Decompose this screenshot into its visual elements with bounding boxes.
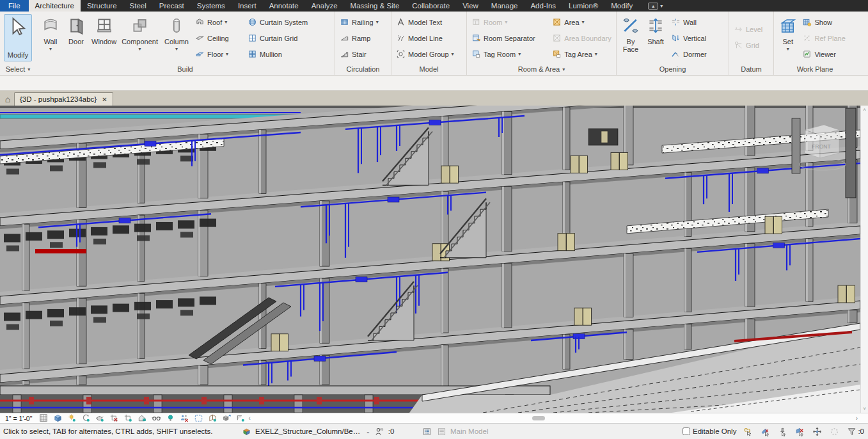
room-separator-button[interactable]: Room Separator — [470, 30, 549, 46]
scroll-left-icon[interactable]: ‹ — [248, 413, 250, 423]
horizontal-scrollbar[interactable]: ‹ › — [246, 413, 868, 424]
vertical-scrollbar[interactable]: ˄ ˅ — [860, 106, 868, 413]
detail-level-icon[interactable] — [38, 414, 49, 423]
tab-manage[interactable]: Manage — [485, 0, 525, 12]
tab-annotate[interactable]: Annotate — [263, 0, 305, 12]
room-area-panel-label[interactable]: Room & Area▾ — [467, 63, 616, 75]
tab-modify[interactable]: Modify — [604, 0, 639, 12]
vertical-opening-button[interactable]: Vertical — [669, 30, 722, 46]
reveal-constraints-icon[interactable] — [235, 414, 246, 423]
tab-architecture[interactable]: Architecture — [29, 0, 81, 12]
room-button[interactable]: Room▾ — [470, 14, 549, 30]
dormer-button[interactable]: Dormer — [669, 46, 722, 62]
select-elements-by-face-icon[interactable] — [794, 426, 805, 436]
active-design-option[interactable]: Main Model — [450, 427, 488, 435]
scroll-right-icon[interactable]: › — [856, 413, 858, 423]
select-pinned-elements-icon[interactable] — [777, 426, 788, 436]
ramp-button[interactable]: Ramp — [338, 30, 388, 46]
roof-button[interactable]: Roof▾ — [193, 14, 244, 30]
home-icon[interactable]: ⌂ — [1, 93, 14, 106]
view-scale-button[interactable]: 1" = 1'-0" — [3, 415, 35, 422]
railing-button[interactable]: Railing▾ — [338, 14, 388, 30]
wall-button[interactable]: Wall▾ — [38, 13, 63, 53]
close-icon[interactable]: ✕ — [102, 96, 107, 103]
show-button[interactable]: Show — [800, 14, 853, 30]
tab-file[interactable]: File — [0, 0, 29, 12]
crop-view-icon[interactable] — [109, 414, 119, 423]
select-underlay-elements-icon[interactable] — [759, 426, 771, 436]
window-button[interactable]: Window — [90, 13, 118, 47]
tab-structure[interactable]: Structure — [81, 0, 123, 12]
temporary-hide-isolate-icon[interactable] — [151, 414, 161, 423]
editable-only-toggle[interactable]: Editable Only — [683, 427, 736, 435]
modify-button[interactable]: Modify — [4, 14, 32, 61]
model-group-button[interactable]: Model Group▾ — [394, 46, 464, 62]
by-face-button[interactable]: ByFace — [619, 13, 642, 54]
temporary-view-properties-icon[interactable] — [193, 414, 203, 423]
tab-precast[interactable]: Precast — [153, 0, 191, 12]
floor-button[interactable]: Floor▾ — [193, 46, 244, 62]
analytical-model-icon[interactable] — [207, 414, 217, 423]
chevron-down-icon: ▾ — [28, 67, 30, 72]
sun-path-icon[interactable] — [67, 414, 77, 423]
shaft-button[interactable]: Shaft — [643, 13, 668, 47]
column-button[interactable]: Column▾ — [161, 13, 192, 53]
wall-opening-button[interactable]: Wall — [669, 14, 722, 30]
active-design-option-icon[interactable] — [436, 426, 447, 436]
ceiling-button[interactable]: Ceiling — [193, 30, 244, 46]
model-3d-view[interactable]: FRONT — [0, 106, 860, 413]
tab-analyze[interactable]: Analyze — [305, 0, 344, 12]
ref-plane-button[interactable]: Ref Plane — [800, 30, 853, 46]
tab-systems[interactable]: Systems — [191, 0, 232, 12]
view-tab-3d[interactable]: {3D - pushpak1234abc} ✕ — [14, 92, 113, 106]
select-links-icon[interactable] — [742, 426, 754, 436]
displacement-sets-icon[interactable] — [221, 414, 232, 423]
stair-button[interactable]: Stair — [338, 46, 388, 62]
tab-collaborate[interactable]: Collaborate — [406, 0, 456, 12]
component-button[interactable]: Component▾ — [120, 13, 160, 53]
editing-requests-icon[interactable] — [374, 426, 385, 436]
design-options-icon[interactable] — [421, 426, 432, 436]
tab-view[interactable]: View — [456, 0, 485, 12]
worksets-icon[interactable] — [241, 426, 252, 436]
model-line-button[interactable]: Model Line — [394, 30, 464, 46]
scroll-up-icon[interactable]: ˄ — [863, 107, 866, 113]
filter-icon[interactable] — [846, 426, 857, 436]
curtain-system-button[interactable]: Curtain System — [246, 14, 317, 30]
level-button[interactable]: Level — [732, 21, 771, 37]
grid-icon — [734, 40, 743, 50]
visual-style-icon[interactable] — [52, 414, 63, 423]
tab-add-ins[interactable]: Add-Ins — [524, 0, 562, 12]
ribbon-display-toggle[interactable]: ▲ ▾ — [648, 0, 663, 12]
scroll-down-icon[interactable]: ˅ — [863, 406, 866, 411]
drag-elements-icon[interactable] — [811, 426, 823, 436]
lock-3d-view-icon[interactable] — [137, 414, 147, 423]
tab-insert[interactable]: Insert — [232, 0, 263, 12]
door-button[interactable]: Door — [64, 13, 88, 47]
crop-region-icon[interactable] — [123, 414, 133, 423]
tag-area-button[interactable]: Tag Area▾ — [550, 46, 613, 62]
model-text-button[interactable]: Model Text — [394, 14, 464, 30]
viewer-button[interactable]: Viewer — [800, 46, 853, 62]
curtain-grid-button[interactable]: Curtain Grid — [246, 30, 317, 46]
area-boundary-button[interactable]: Area Boundary — [550, 30, 613, 46]
shadows-icon[interactable] — [81, 414, 91, 423]
tab-lumion[interactable]: Lumion® — [562, 0, 604, 12]
chevron-down-icon[interactable]: ⌄ — [366, 429, 370, 435]
reveal-hidden-elements-icon[interactable] — [165, 414, 175, 423]
worksharing-display-icon[interactable] — [179, 414, 189, 423]
tab-steel[interactable]: Steel — [123, 0, 153, 12]
select-panel-label[interactable]: Select▾ — [0, 63, 36, 75]
rendering-dialog-icon[interactable] — [95, 414, 105, 423]
filter-count: :0 — [858, 427, 864, 435]
editable-only-checkbox[interactable] — [683, 427, 690, 435]
set-button[interactable]: Set▾ — [777, 13, 799, 53]
area-button[interactable]: Area▾ — [550, 14, 613, 30]
tab-massing-site[interactable]: Massing & Site — [344, 0, 406, 12]
mullion-button[interactable]: Mullion — [246, 46, 317, 62]
scrollbar-thumb[interactable] — [532, 416, 545, 420]
ceiling-icon — [195, 33, 205, 43]
active-workset-select[interactable]: EXELZ_Structure_Column/Beam/w. — [255, 427, 363, 435]
grid-button[interactable]: Grid — [732, 37, 771, 53]
tag-room-button[interactable]: Tag Room▾ — [470, 46, 549, 62]
